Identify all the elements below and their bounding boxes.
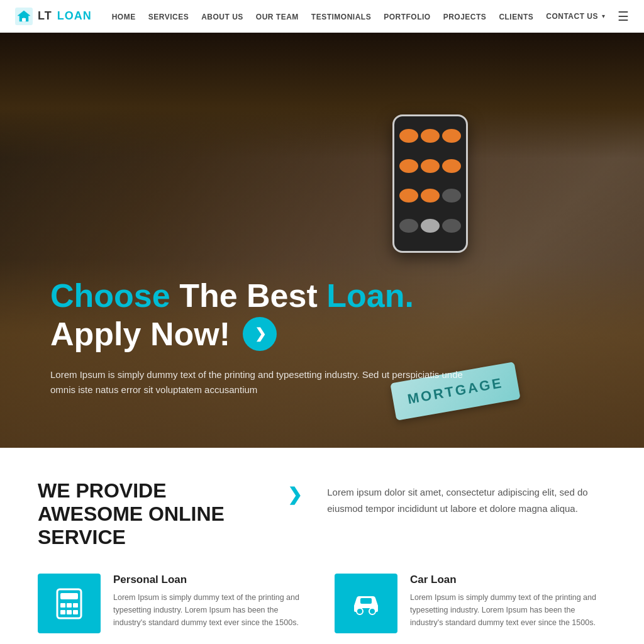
phone-btn-4 <box>399 159 418 173</box>
home-icon <box>15 8 33 25</box>
phone-btn-9 <box>442 189 461 203</box>
personal-loan-description: Lorem Ipsum is simply dummy text of the … <box>113 591 309 629</box>
phone-btn-6 <box>442 159 461 173</box>
hero-choose-text: Choose <box>50 277 170 314</box>
car-loan-title: Car Loan <box>410 574 606 586</box>
personal-loan-info: Personal Loan Lorem Ipsum is simply dumm… <box>113 574 309 629</box>
phone-btn-3 <box>442 129 461 143</box>
svg-rect-3 <box>60 593 78 599</box>
svg-rect-1 <box>22 18 26 21</box>
nav-item-services[interactable]: SERVICES <box>148 11 189 22</box>
svg-rect-5 <box>67 603 72 608</box>
hero-content: Choose The Best Loan. Apply Now! Lorem I… <box>50 278 644 397</box>
phone-screen <box>394 116 466 251</box>
phone-btn-8 <box>421 189 440 203</box>
hero-apply-text: Apply Now! <box>50 316 230 352</box>
svg-point-11 <box>369 608 375 614</box>
nav-item-portfolio[interactable]: PORTFOLIO <box>384 11 431 22</box>
svg-rect-8 <box>67 610 72 614</box>
phone-btn-5 <box>421 159 440 173</box>
chevron-down-icon: ▾ <box>602 13 605 19</box>
nav-item-contact[interactable]: CONTACT US ▾ <box>546 12 605 21</box>
car-loan-info: Car Loan Lorem Ipsum is simply dummy tex… <box>410 574 606 629</box>
phone-btn-7 <box>399 189 418 203</box>
hero-section: MORTGAGE Choose The Best Loan. Apply Now… <box>0 33 644 448</box>
personal-loan-title: Personal Loan <box>113 574 309 586</box>
logo-loan-text: LOAN <box>57 9 92 23</box>
phone-btn-12 <box>442 219 461 233</box>
car-icon <box>349 587 383 621</box>
phone-btn-10 <box>399 219 418 233</box>
hero-arrow-button[interactable] <box>243 317 277 351</box>
car-loan-icon-box <box>335 574 397 633</box>
chevron-right-icon: ❯ <box>287 485 302 504</box>
hero-loan-text: Loan. <box>326 277 414 314</box>
nav-item-home[interactable]: HOME <box>112 11 136 22</box>
nav-item-about[interactable]: ABOUT US <box>201 11 243 22</box>
nav-item-clients[interactable]: CLIENTS <box>499 11 533 22</box>
logo-lt-text: LT <box>38 9 52 23</box>
phone-visual <box>392 114 468 253</box>
services-top: WE PROVIDE AWESOME ONLINE SERVICE ❯ Lore… <box>38 479 606 548</box>
nav-item-testimonials[interactable]: TESTIMONIALS <box>311 11 371 22</box>
personal-loan-icon-box <box>38 574 101 633</box>
car-loan-description: Lorem Ipsum is simply dummy text of the … <box>410 591 606 629</box>
svg-rect-4 <box>60 603 65 608</box>
hamburger-menu[interactable]: ☰ <box>618 9 629 24</box>
service-card-car-loan: Car Loan Lorem Ipsum is simply dummy tex… <box>335 574 606 633</box>
navbar: LT LOAN HOME SERVICES ABOUT US OUR TEAM … <box>0 0 644 33</box>
logo[interactable]: LT LOAN <box>15 8 92 25</box>
hamburger-icon: ☰ <box>618 9 629 23</box>
phone-btn-11 <box>421 219 440 233</box>
phone-btn-2 <box>421 129 440 143</box>
nav-links: HOME SERVICES ABOUT US OUR TEAM TESTIMON… <box>112 9 629 24</box>
nav-item-team[interactable]: OUR TEAM <box>256 11 299 22</box>
hero-title-line2: Apply Now! <box>50 316 644 352</box>
services-heading: WE PROVIDE AWESOME ONLINE SERVICE <box>38 479 262 548</box>
svg-point-10 <box>357 608 363 614</box>
hero-description: Lorem Ipsum is simply dummy text of the … <box>50 367 478 397</box>
svg-rect-6 <box>73 603 78 608</box>
service-cards: Personal Loan Lorem Ipsum is simply dumm… <box>38 574 606 633</box>
svg-rect-7 <box>60 610 65 614</box>
services-section: WE PROVIDE AWESOME ONLINE SERVICE ❯ Lore… <box>0 448 644 644</box>
hero-title-line1: Choose The Best Loan. <box>50 278 644 314</box>
svg-rect-12 <box>360 598 372 604</box>
nav-item-projects[interactable]: PROJECTS <box>443 11 487 22</box>
services-description: Lorem ipsum dolor sit amet, consectetur … <box>327 479 606 516</box>
hero-best-text: The Best <box>179 277 326 314</box>
phone-btn-1 <box>399 129 418 143</box>
svg-rect-9 <box>73 610 78 614</box>
service-card-personal-loan: Personal Loan Lorem Ipsum is simply dumm… <box>38 574 309 633</box>
calculator-icon <box>52 587 86 621</box>
services-arrow: ❯ <box>287 484 302 505</box>
